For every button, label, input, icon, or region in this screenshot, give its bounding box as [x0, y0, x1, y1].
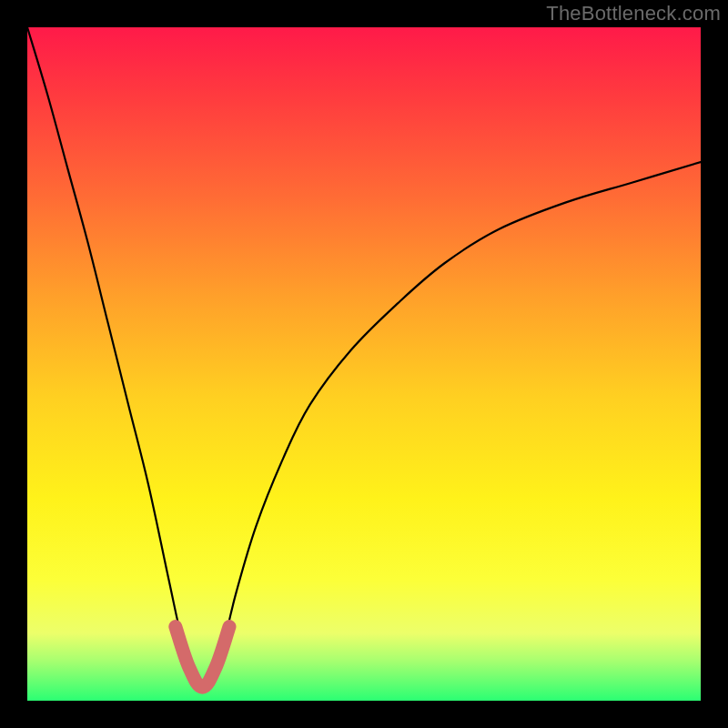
plot-area	[27, 27, 701, 701]
bottleneck-curve	[27, 27, 701, 687]
outer-frame: TheBottleneck.com	[0, 0, 728, 728]
watermark-text: TheBottleneck.com	[546, 2, 721, 25]
highlight-segment	[176, 627, 229, 688]
curve-layer	[27, 27, 701, 701]
